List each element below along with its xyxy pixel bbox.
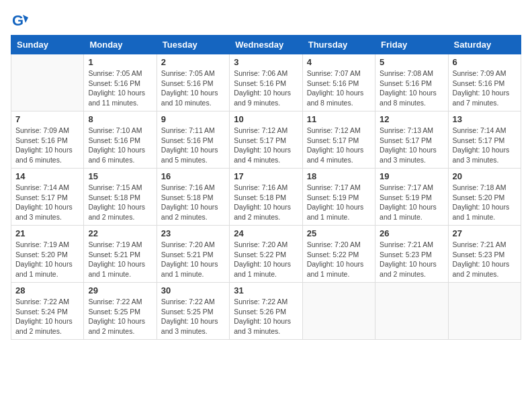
calendar-week-row: 28Sunrise: 7:22 AMSunset: 5:24 PMDayligh…	[11, 283, 521, 340]
calendar-day-cell: 23Sunrise: 7:20 AMSunset: 5:21 PMDayligh…	[157, 226, 229, 283]
svg-marker-1	[23, 15, 28, 23]
day-number: 7	[15, 114, 79, 124]
calendar-header-row: SundayMondayTuesdayWednesdayThursdayFrid…	[11, 36, 521, 54]
calendar-day-cell: 25Sunrise: 7:20 AMSunset: 5:22 PMDayligh…	[302, 226, 375, 283]
day-info: Sunrise: 7:11 AMSunset: 5:16 PMDaylight:…	[161, 126, 225, 165]
day-number: 28	[15, 285, 79, 295]
day-info: Sunrise: 7:16 AMSunset: 5:18 PMDaylight:…	[161, 183, 225, 222]
day-number: 2	[161, 57, 225, 67]
day-number: 29	[88, 285, 152, 295]
day-number: 5	[380, 57, 443, 67]
calendar-table: SundayMondayTuesdayWednesdayThursdayFrid…	[11, 35, 521, 340]
day-info: Sunrise: 7:17 AMSunset: 5:19 PMDaylight:…	[307, 183, 371, 222]
calendar-day-cell: 26Sunrise: 7:21 AMSunset: 5:23 PMDayligh…	[375, 226, 448, 283]
calendar-day-cell	[448, 283, 521, 340]
day-info: Sunrise: 7:12 AMSunset: 5:17 PMDaylight:…	[234, 126, 298, 165]
day-number: 22	[88, 228, 152, 238]
day-number: 19	[380, 171, 443, 181]
calendar-week-row: 14Sunrise: 7:14 AMSunset: 5:17 PMDayligh…	[11, 169, 521, 226]
calendar-day-cell	[11, 54, 84, 111]
calendar-day-cell: 7Sunrise: 7:09 AMSunset: 5:16 PMDaylight…	[11, 111, 84, 169]
calendar-day-cell: 20Sunrise: 7:18 AMSunset: 5:20 PMDayligh…	[448, 169, 521, 226]
calendar-week-row: 21Sunrise: 7:19 AMSunset: 5:20 PMDayligh…	[11, 226, 521, 283]
calendar-day-cell: 3Sunrise: 7:06 AMSunset: 5:16 PMDaylight…	[230, 54, 302, 111]
day-number: 27	[453, 228, 517, 238]
day-number: 13	[453, 114, 517, 124]
calendar-day-cell	[375, 283, 448, 340]
calendar-day-cell: 31Sunrise: 7:22 AMSunset: 5:26 PMDayligh…	[230, 283, 302, 340]
calendar-day-cell: 10Sunrise: 7:12 AMSunset: 5:17 PMDayligh…	[230, 111, 302, 169]
day-number: 16	[161, 171, 225, 181]
calendar-day-cell: 28Sunrise: 7:22 AMSunset: 5:24 PMDayligh…	[11, 283, 84, 340]
calendar-day-cell: 4Sunrise: 7:07 AMSunset: 5:16 PMDaylight…	[302, 54, 375, 111]
svg-text:G: G	[12, 12, 24, 29]
calendar-day-cell: 11Sunrise: 7:12 AMSunset: 5:17 PMDayligh…	[302, 111, 375, 169]
calendar-day-cell: 24Sunrise: 7:20 AMSunset: 5:22 PMDayligh…	[230, 226, 302, 283]
day-info: Sunrise: 7:12 AMSunset: 5:17 PMDaylight:…	[307, 126, 371, 165]
day-of-week-header: Sunday	[11, 36, 84, 54]
calendar-week-row: 1Sunrise: 7:05 AMSunset: 5:16 PMDaylight…	[11, 54, 521, 111]
calendar-day-cell: 2Sunrise: 7:05 AMSunset: 5:16 PMDaylight…	[157, 54, 229, 111]
day-number: 24	[234, 228, 298, 238]
day-info: Sunrise: 7:06 AMSunset: 5:16 PMDaylight:…	[234, 68, 298, 108]
day-number: 3	[234, 57, 298, 67]
day-info: Sunrise: 7:17 AMSunset: 5:19 PMDaylight:…	[380, 183, 443, 222]
calendar-day-cell: 12Sunrise: 7:13 AMSunset: 5:17 PMDayligh…	[375, 111, 448, 169]
calendar-day-cell: 21Sunrise: 7:19 AMSunset: 5:20 PMDayligh…	[11, 226, 84, 283]
day-of-week-header: Thursday	[302, 36, 375, 54]
day-info: Sunrise: 7:07 AMSunset: 5:16 PMDaylight:…	[307, 68, 371, 108]
day-info: Sunrise: 7:09 AMSunset: 5:16 PMDaylight:…	[15, 126, 79, 165]
day-info: Sunrise: 7:21 AMSunset: 5:23 PMDaylight:…	[453, 240, 517, 279]
logo-icon: G	[11, 11, 30, 30]
day-info: Sunrise: 7:19 AMSunset: 5:20 PMDaylight:…	[15, 240, 79, 279]
day-number: 26	[380, 228, 443, 238]
day-of-week-header: Wednesday	[230, 36, 302, 54]
calendar-day-cell: 15Sunrise: 7:15 AMSunset: 5:18 PMDayligh…	[84, 169, 157, 226]
calendar-day-cell: 1Sunrise: 7:05 AMSunset: 5:16 PMDaylight…	[84, 54, 157, 111]
day-number: 9	[161, 114, 225, 124]
day-info: Sunrise: 7:09 AMSunset: 5:16 PMDaylight:…	[453, 68, 517, 108]
day-number: 15	[88, 171, 152, 181]
day-number: 12	[380, 114, 443, 124]
day-info: Sunrise: 7:20 AMSunset: 5:22 PMDaylight:…	[307, 240, 371, 279]
day-info: Sunrise: 7:05 AMSunset: 5:16 PMDaylight:…	[161, 68, 225, 108]
calendar-day-cell: 22Sunrise: 7:19 AMSunset: 5:21 PMDayligh…	[84, 226, 157, 283]
calendar-day-cell: 17Sunrise: 7:16 AMSunset: 5:18 PMDayligh…	[230, 169, 302, 226]
day-number: 10	[234, 114, 298, 124]
page-header: G	[11, 11, 521, 30]
day-number: 6	[453, 57, 517, 67]
day-info: Sunrise: 7:14 AMSunset: 5:17 PMDaylight:…	[15, 183, 79, 222]
day-number: 30	[161, 285, 225, 295]
day-info: Sunrise: 7:21 AMSunset: 5:23 PMDaylight:…	[380, 240, 443, 279]
day-info: Sunrise: 7:16 AMSunset: 5:18 PMDaylight:…	[234, 183, 298, 222]
day-of-week-header: Monday	[84, 36, 157, 54]
day-number: 20	[453, 171, 517, 181]
day-info: Sunrise: 7:22 AMSunset: 5:25 PMDaylight:…	[88, 297, 152, 336]
day-info: Sunrise: 7:19 AMSunset: 5:21 PMDaylight:…	[88, 240, 152, 279]
day-info: Sunrise: 7:22 AMSunset: 5:26 PMDaylight:…	[234, 297, 298, 336]
day-number: 1	[88, 57, 152, 67]
day-number: 31	[234, 285, 298, 295]
day-info: Sunrise: 7:22 AMSunset: 5:24 PMDaylight:…	[15, 297, 79, 336]
day-number: 18	[307, 171, 371, 181]
calendar-day-cell	[302, 283, 375, 340]
calendar-day-cell: 5Sunrise: 7:08 AMSunset: 5:16 PMDaylight…	[375, 54, 448, 111]
calendar-day-cell: 27Sunrise: 7:21 AMSunset: 5:23 PMDayligh…	[448, 226, 521, 283]
day-info: Sunrise: 7:20 AMSunset: 5:22 PMDaylight:…	[234, 240, 298, 279]
day-of-week-header: Tuesday	[157, 36, 229, 54]
day-info: Sunrise: 7:18 AMSunset: 5:20 PMDaylight:…	[453, 183, 517, 222]
day-info: Sunrise: 7:20 AMSunset: 5:21 PMDaylight:…	[161, 240, 225, 279]
day-number: 17	[234, 171, 298, 181]
day-number: 4	[307, 57, 371, 67]
day-number: 8	[88, 114, 152, 124]
calendar-day-cell: 14Sunrise: 7:14 AMSunset: 5:17 PMDayligh…	[11, 169, 84, 226]
calendar-day-cell: 6Sunrise: 7:09 AMSunset: 5:16 PMDaylight…	[448, 54, 521, 111]
day-number: 21	[15, 228, 79, 238]
day-info: Sunrise: 7:10 AMSunset: 5:16 PMDaylight:…	[88, 126, 152, 165]
calendar-day-cell: 9Sunrise: 7:11 AMSunset: 5:16 PMDaylight…	[157, 111, 229, 169]
day-info: Sunrise: 7:14 AMSunset: 5:17 PMDaylight:…	[453, 126, 517, 165]
day-info: Sunrise: 7:13 AMSunset: 5:17 PMDaylight:…	[380, 126, 443, 165]
calendar-day-cell: 18Sunrise: 7:17 AMSunset: 5:19 PMDayligh…	[302, 169, 375, 226]
day-info: Sunrise: 7:22 AMSunset: 5:25 PMDaylight:…	[161, 297, 225, 336]
calendar-day-cell: 29Sunrise: 7:22 AMSunset: 5:25 PMDayligh…	[84, 283, 157, 340]
